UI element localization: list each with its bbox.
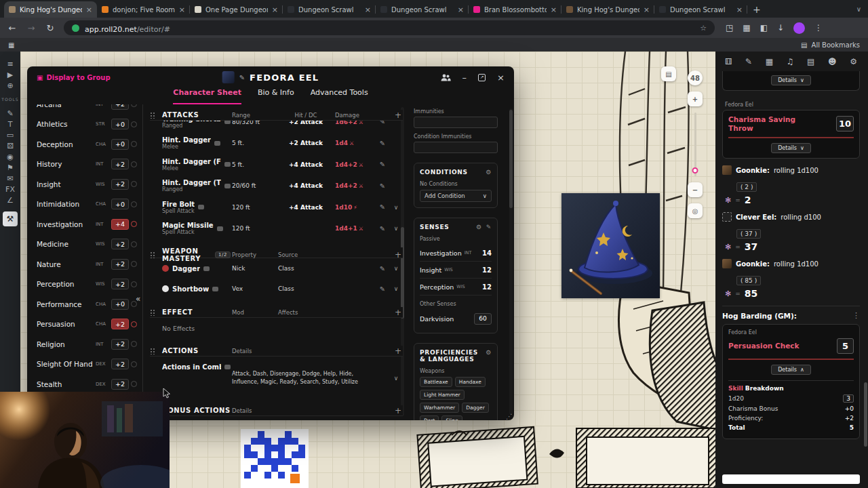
sheet-tab[interactable]: Bio & Info — [258, 88, 294, 104]
attack-row[interactable]: Hint. Dagger (Finesse) Melee 5 ft. +4 At… — [150, 154, 403, 176]
downloads-icon[interactable]: ↓ — [777, 23, 784, 33]
skill-row[interactable]: Investigation INT +4 — [37, 214, 137, 235]
zoom-slider-handle[interactable] — [692, 167, 698, 174]
decks-icon[interactable]: ▦ — [766, 57, 773, 66]
tab-close-icon[interactable]: × — [272, 5, 278, 14]
map-card-button[interactable]: ▤ — [661, 66, 676, 81]
handout-tool-icon[interactable]: ✉ — [3, 173, 18, 184]
display-to-group-button[interactable]: ▣ Display to Group — [37, 74, 111, 81]
reload-icon[interactable]: ↻ — [45, 23, 56, 33]
character-avatar[interactable] — [222, 71, 235, 83]
browser-menu-icon[interactable]: ⋮ — [814, 23, 823, 33]
players-icon[interactable] — [441, 74, 451, 81]
skill-row[interactable]: Religion INT +2 — [37, 334, 137, 354]
skill-modifier[interactable]: +2 — [111, 239, 129, 249]
menu-icon[interactable]: ≡ — [3, 58, 18, 69]
tab-close-icon[interactable]: × — [458, 5, 464, 14]
skill-proficiency-toggle[interactable] — [131, 161, 137, 167]
expand-mastery-icon[interactable]: ∨ — [391, 265, 401, 272]
proficiencies-gear-icon[interactable]: ⚙ — [486, 349, 492, 356]
edit-attack-icon[interactable]: ✎ — [376, 203, 389, 211]
edit-mastery-icon[interactable]: ✎ — [376, 285, 389, 293]
skill-modifier[interactable]: +2 — [111, 379, 129, 390]
condition-immunities-input[interactable] — [414, 142, 498, 153]
sheet-tab[interactable]: Character Sheet — [173, 88, 241, 104]
collapse-skills-icon[interactable]: « — [136, 294, 140, 304]
notes-icon[interactable]: ✎ — [745, 57, 752, 66]
edit-attack-icon[interactable]: ✎ — [376, 140, 389, 147]
skill-modifier[interactable]: +2 — [111, 339, 129, 350]
attack-hit[interactable]: +2 Attack — [278, 140, 334, 146]
skill-proficiency-toggle[interactable] — [131, 321, 137, 327]
add-effect-icon[interactable]: + — [376, 308, 401, 317]
shape-tool-icon[interactable]: ▭ — [3, 129, 18, 140]
skill-row[interactable]: Deception CHA +0 — [37, 134, 137, 155]
drag-grip-icon[interactable] — [150, 251, 155, 258]
tab-close-icon[interactable]: × — [179, 5, 185, 14]
site-info-icon[interactable] — [72, 24, 79, 32]
skill-proficiency-toggle[interactable] — [131, 281, 137, 287]
address-bar[interactable]: app.roll20.net/editor/# ☆ — [64, 20, 715, 35]
skill-proficiency-toggle[interactable] — [131, 221, 137, 227]
chat-bubble-icon[interactable] — [224, 365, 231, 369]
browser-tab[interactable]: King Hog's Dungeon & D... × — [561, 1, 654, 18]
browser-tab[interactable]: One Page Dungeon Gene... × — [190, 1, 283, 18]
jukebox-icon[interactable]: ♫ — [787, 57, 794, 66]
tab-close-icon[interactable]: × — [736, 5, 743, 14]
drag-grip-icon[interactable] — [150, 309, 155, 316]
skill-row[interactable]: Perception WIS +2 — [37, 274, 137, 295]
skill-row[interactable]: Persuasion CHA +2 — [37, 314, 137, 335]
journal-icon[interactable]: ▤ — [807, 57, 814, 66]
senses-gear-icon[interactable]: ⚙ — [476, 224, 482, 230]
add-action-icon[interactable]: + — [376, 346, 401, 356]
edit-attack-icon[interactable]: ✎ — [376, 182, 389, 190]
chat-bubble-icon[interactable] — [198, 205, 204, 209]
modal-scrollbar[interactable] — [509, 108, 513, 415]
skill-row[interactable]: Arcana INT +2 — [37, 104, 137, 115]
mastery-row[interactable]: Shortbow Vex Class ✎ ∨ — [150, 279, 403, 299]
browser-tab[interactable]: Dungeon Scrawl × — [283, 1, 376, 18]
skill-row[interactable]: Athletics STR +0 — [37, 115, 137, 135]
skill-row[interactable]: Medicine WIS +2 — [37, 235, 137, 255]
skill-proficiency-toggle[interactable] — [131, 361, 137, 367]
close-icon[interactable]: × — [497, 73, 505, 83]
skill-row[interactable]: Sleight Of Hand DEX +2 — [37, 354, 137, 375]
skill-row[interactable]: Intimidation CHA +0 — [37, 195, 137, 215]
dice-result-chip[interactable]: ( 85 ) — [736, 276, 761, 285]
sheet-tab[interactable]: Advanced Tools — [311, 88, 368, 104]
draw-tool-icon[interactable]: ✎ — [3, 108, 18, 119]
chat-bubble-icon[interactable] — [224, 184, 231, 188]
edit-attack-icon[interactable]: ✎ — [376, 161, 389, 168]
skill-proficiency-toggle[interactable] — [131, 261, 137, 267]
skill-modifier[interactable]: +2 — [111, 279, 129, 289]
all-bookmarks-button[interactable]: ▤ All Bookmarks — [801, 41, 860, 49]
players-icon[interactable]: ☻ — [828, 57, 837, 66]
chat-bubble-icon[interactable] — [212, 287, 218, 291]
edit-attack-icon[interactable]: ✎ — [376, 225, 389, 232]
action-row[interactable]: Actions in Combat Attack, Dash, Disengag… — [150, 357, 403, 400]
minimize-icon[interactable]: – — [462, 73, 467, 83]
extensions-puzzle-icon[interactable]: ◳ — [726, 23, 733, 33]
apps-grid-icon[interactable]: ▦ — [8, 41, 14, 49]
skill-modifier[interactable]: +0 — [111, 199, 129, 209]
forward-icon[interactable]: → — [26, 23, 37, 33]
attack-row[interactable]: Hint. Dagger Melee 5 ft. +2 Attack 1d4⚔ … — [150, 133, 403, 155]
zoom-in-button[interactable]: + — [688, 92, 703, 106]
dice-icon[interactable]: ⚅ — [725, 57, 732, 66]
wizard-hat-token[interactable] — [561, 193, 660, 298]
tab-close-icon[interactable]: × — [644, 5, 650, 14]
attack-row[interactable]: Hint. Dagger (Thrown) Ranged 20/60 ft +4… — [150, 176, 403, 197]
browser-tab[interactable]: donjon; Five Room Dunge... × — [97, 1, 190, 18]
drag-grip-icon[interactable] — [150, 348, 155, 354]
skill-modifier[interactable]: +0 — [111, 139, 129, 150]
expand-attack-icon[interactable]: ∨ — [391, 225, 401, 232]
chat-bubble-icon[interactable] — [224, 162, 231, 167]
skill-proficiency-toggle[interactable] — [131, 104, 137, 107]
dice-tool-icon[interactable]: ⚄ — [3, 140, 18, 151]
attack-damage[interactable]: 1d4+2⚔ — [335, 161, 374, 168]
settings-icon[interactable]: ⚙ — [850, 57, 857, 66]
attack-damage[interactable]: 1d4⚔ — [335, 140, 374, 146]
chat-bubble-icon[interactable] — [217, 226, 223, 231]
immunities-input[interactable] — [414, 117, 498, 128]
tab-close-icon[interactable]: × — [365, 5, 371, 14]
